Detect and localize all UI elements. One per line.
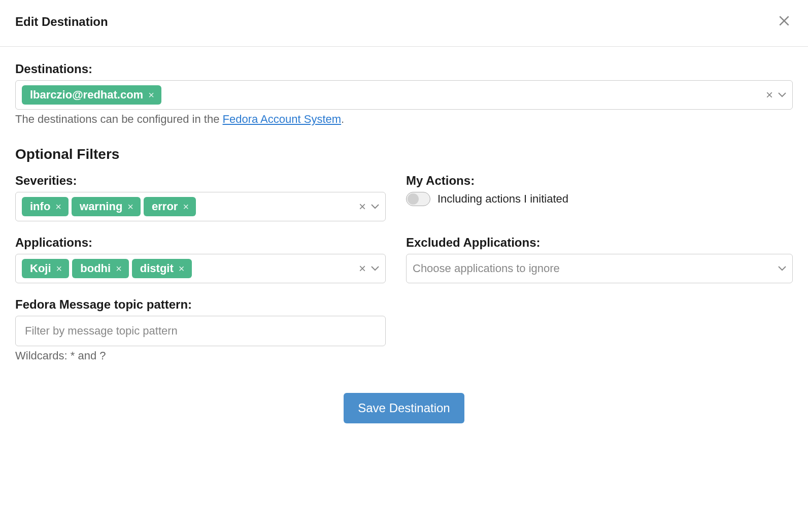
chevron-down-icon: [778, 265, 786, 273]
tag-label: warning: [80, 200, 122, 213]
tag-remove-icon[interactable]: ×: [179, 263, 185, 274]
select-controls: ×: [359, 261, 379, 276]
topic-field: Fedora Message topic pattern: Wildcards:…: [15, 297, 386, 362]
modal-body: Destinations: lbarczio@redhat.com × ×: [0, 47, 808, 439]
application-tag: bodhi ×: [72, 259, 129, 278]
topic-helper: Wildcards: * and ?: [15, 349, 386, 362]
severity-tag: warning ×: [72, 197, 141, 216]
excluded-applications-field: Excluded Applications: Choose applicatio…: [406, 236, 793, 283]
excluded-applications-label: Excluded Applications:: [406, 236, 793, 250]
modal-actions: Save Destination: [15, 393, 793, 423]
destinations-label: Destinations:: [15, 62, 793, 76]
application-tag: distgit ×: [132, 259, 192, 278]
severity-tag: error ×: [144, 197, 196, 216]
modal-header: Edit Destination: [0, 0, 808, 47]
my-actions-label: My Actions:: [406, 174, 793, 188]
row-severities-actions: Severities: info × warning × error: [15, 174, 793, 221]
tag-label: bodhi: [80, 262, 111, 275]
applications-tags: Koji × bodhi × distgit ×: [22, 259, 359, 278]
tag-remove-icon[interactable]: ×: [55, 202, 61, 212]
chevron-down-icon: [371, 265, 379, 273]
tag-label: lbarczio@redhat.com: [30, 88, 143, 102]
tag-label: distgit: [140, 262, 174, 275]
topic-input[interactable]: [15, 316, 386, 346]
dropdown-toggle[interactable]: [371, 203, 379, 211]
my-actions-toggle-label: Including actions I initiated: [437, 192, 568, 206]
tag-label: info: [30, 200, 50, 213]
tag-label: Koji: [30, 262, 51, 275]
clear-all-button[interactable]: ×: [359, 200, 366, 214]
clear-all-button[interactable]: ×: [359, 261, 366, 276]
application-tag: Koji ×: [22, 259, 69, 278]
destinations-select[interactable]: lbarczio@redhat.com × ×: [15, 80, 793, 110]
my-actions-field: My Actions: Including actions I initiate…: [406, 174, 793, 221]
dropdown-toggle[interactable]: [778, 91, 786, 99]
edit-destination-modal: Edit Destination Destinations: lbarczio@…: [0, 0, 808, 532]
select-controls: ×: [359, 200, 379, 214]
select-controls: [778, 265, 786, 273]
excluded-applications-select[interactable]: Choose applications to ignore: [406, 254, 793, 283]
dropdown-toggle[interactable]: [371, 265, 379, 273]
excluded-placeholder: Choose applications to ignore: [413, 262, 778, 275]
applications-select[interactable]: Koji × bodhi × distgit × ×: [15, 254, 386, 283]
tag-remove-icon[interactable]: ×: [183, 202, 189, 212]
severities-field: Severities: info × warning × error: [15, 174, 386, 221]
severities-select[interactable]: info × warning × error × ×: [15, 192, 386, 221]
tag-remove-icon[interactable]: ×: [56, 263, 62, 274]
destinations-tags: lbarczio@redhat.com ×: [22, 85, 766, 105]
row-topic: Fedora Message topic pattern: Wildcards:…: [15, 297, 793, 362]
tag-remove-icon[interactable]: ×: [116, 263, 122, 274]
toggle-knob: [408, 193, 419, 205]
severities-label: Severities:: [15, 174, 386, 188]
optional-filters-heading: Optional Filters: [15, 146, 793, 162]
save-destination-button[interactable]: Save Destination: [344, 393, 464, 423]
my-actions-toggle[interactable]: [406, 192, 430, 206]
select-controls: ×: [766, 88, 786, 102]
tag-remove-icon[interactable]: ×: [127, 202, 133, 212]
topic-label: Fedora Message topic pattern:: [15, 297, 386, 312]
severities-tags: info × warning × error ×: [22, 197, 359, 216]
applications-label: Applications:: [15, 236, 386, 250]
tag-label: error: [152, 200, 178, 213]
close-button[interactable]: [776, 12, 793, 31]
row-applications: Applications: Koji × bodhi × distgit: [15, 236, 793, 283]
chevron-down-icon: [371, 203, 379, 211]
destinations-field: Destinations: lbarczio@redhat.com × ×: [15, 62, 793, 126]
my-actions-toggle-row: Including actions I initiated: [406, 192, 793, 206]
destination-tag: lbarczio@redhat.com ×: [22, 85, 161, 105]
clear-all-button[interactable]: ×: [766, 88, 773, 102]
tag-remove-icon[interactable]: ×: [148, 90, 154, 100]
fedora-account-link[interactable]: Fedora Account System: [223, 113, 342, 125]
close-icon: [778, 21, 791, 29]
dropdown-toggle[interactable]: [778, 265, 786, 273]
destinations-helper: The destinations can be configured in th…: [15, 113, 793, 126]
chevron-down-icon: [778, 91, 786, 99]
severity-tag: info ×: [22, 197, 69, 216]
applications-field: Applications: Koji × bodhi × distgit: [15, 236, 386, 283]
modal-title: Edit Destination: [15, 15, 108, 29]
